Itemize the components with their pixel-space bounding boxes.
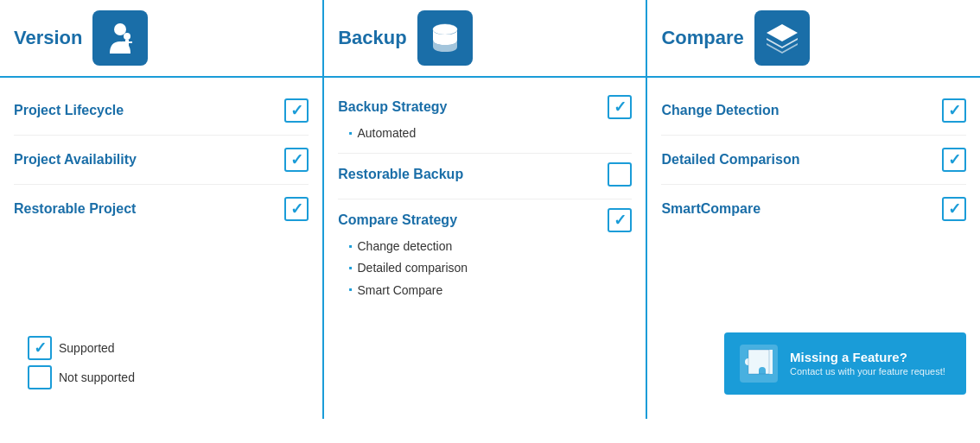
detailed-comparison-checkbox (942, 148, 966, 172)
svg-point-0 (114, 23, 126, 35)
backup-title: Backup (338, 27, 406, 49)
compare-bullet-detailed: Detailed comparison (348, 257, 632, 279)
compare-title: Compare (661, 27, 743, 49)
project-lifecycle-label: Project Lifecycle (14, 103, 276, 118)
legend-not-supported: Not supported (28, 365, 295, 389)
backup-bottom-cell (323, 319, 646, 419)
compare-header: Compare (646, 0, 980, 77)
version-icon (92, 10, 148, 66)
change-detection-label: Change Detection (661, 103, 933, 118)
compare-bullet-smart: Smart Compare (348, 280, 632, 301)
missing-feature-banner[interactable]: Missing a Feature? Contact us with your … (724, 332, 966, 395)
backup-strategy-bullets: Automated (348, 123, 632, 144)
missing-feature-subtext: Contact us with your feature request! (790, 366, 945, 377)
restorable-backup-block: Restorable Backup (338, 154, 632, 199)
detailed-comparison-label: Detailed Comparison (661, 152, 933, 168)
legend-not-supported-label: Not supported (59, 370, 135, 384)
database-svg-icon (428, 21, 462, 55)
bottom-row: Supported Not supported (0, 319, 980, 419)
backup-strategy-checkbox (608, 95, 632, 119)
person-svg-icon (103, 21, 137, 55)
backup-bullet-automated: Automated (348, 123, 632, 144)
smartcompare-checkbox (942, 197, 966, 221)
svg-marker-4 (767, 24, 798, 41)
legend-not-supported-checkbox (28, 365, 52, 389)
restorable-project-row: Restorable Project (14, 185, 309, 233)
project-lifecycle-checkbox (284, 98, 309, 123)
project-availability-label: Project Availability (14, 152, 276, 168)
legend: Supported Not supported (14, 326, 309, 405)
restorable-project-checkbox (284, 197, 309, 221)
compare-icon (754, 10, 810, 66)
compare-features-cell: Change Detection Detailed Comparison Sma… (646, 77, 980, 319)
header-row: Version Backup (0, 0, 980, 77)
restorable-backup-header: Restorable Backup (338, 162, 632, 187)
compare-bottom-cell: Missing a Feature? Contact us with your … (646, 319, 980, 419)
compare-bullet-change: Change detection (348, 236, 632, 257)
missing-feature-heading: Missing a Feature? (790, 350, 945, 364)
detailed-comparison-row: Detailed Comparison (661, 136, 966, 185)
legend-supported-label: Supported (59, 341, 115, 355)
smartcompare-label: SmartCompare (661, 201, 933, 217)
backup-icon (417, 10, 473, 66)
features-row: Project Lifecycle Project Availability R… (0, 77, 980, 319)
missing-feature-text: Missing a Feature? Contact us with your … (790, 350, 945, 377)
compare-bottom-content: Missing a Feature? Contact us with your … (661, 322, 966, 405)
legend-supported: Supported (28, 336, 295, 360)
compare-strategy-checkbox (608, 208, 632, 232)
restorable-backup-label: Restorable Backup (338, 167, 599, 182)
backup-strategy-block: Backup Strategy Automated (338, 86, 632, 154)
smartcompare-row: SmartCompare (661, 185, 966, 233)
compare-strategy-bullets: Change detection Detailed comparison Sma… (348, 236, 632, 301)
backup-header: Backup (323, 0, 646, 77)
restorable-project-label: Restorable Project (14, 201, 276, 217)
backup-strategy-header: Backup Strategy (338, 95, 632, 119)
version-features-cell: Project Lifecycle Project Availability R… (0, 77, 323, 319)
project-availability-row: Project Availability (14, 136, 309, 185)
project-availability-checkbox (284, 148, 309, 172)
backup-features-cell: Backup Strategy Automated Restorable Bac… (323, 77, 646, 319)
change-detection-checkbox (942, 98, 966, 123)
puzzle-icon (738, 343, 780, 384)
compare-strategy-header: Compare Strategy (338, 208, 632, 232)
backup-strategy-label: Backup Strategy (338, 99, 599, 115)
compare-strategy-block: Compare Strategy Change detection Detail… (338, 199, 632, 310)
legend-supported-checkbox (28, 336, 52, 360)
restorable-backup-checkbox (608, 162, 632, 187)
version-header: Version (0, 0, 323, 77)
svg-point-1 (124, 33, 130, 40)
layers-svg-icon (765, 21, 799, 55)
change-detection-row: Change Detection (661, 86, 966, 136)
version-title: Version (14, 27, 82, 49)
project-lifecycle-row: Project Lifecycle (14, 86, 309, 136)
legend-cell: Supported Not supported (0, 319, 323, 419)
compare-strategy-label: Compare Strategy (338, 212, 599, 228)
